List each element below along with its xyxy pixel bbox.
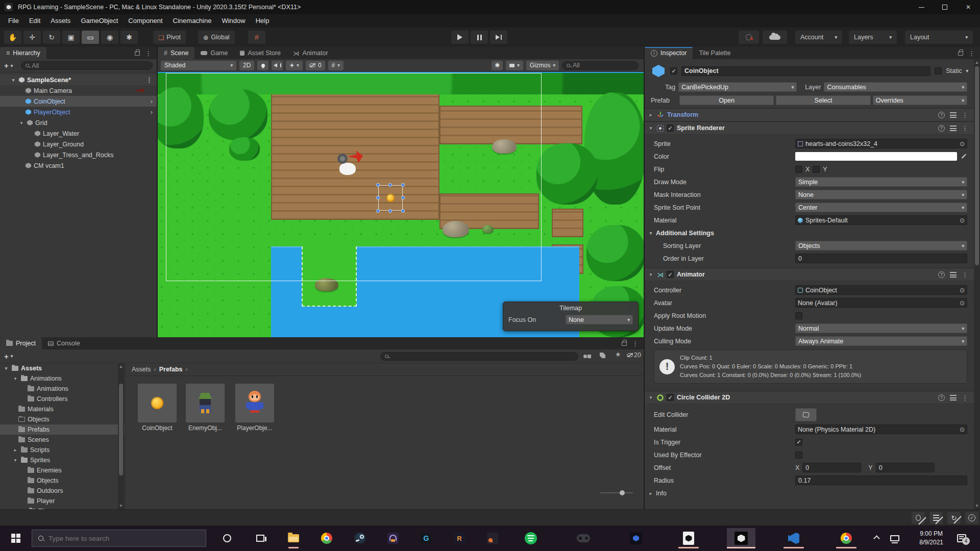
object-picker-icon[interactable]: ⊙	[960, 217, 965, 224]
radius-field[interactable]: 0.17	[795, 475, 967, 485]
preset-icon[interactable]	[950, 272, 957, 278]
flip-x-checkbox[interactable]	[795, 166, 802, 173]
sprite-sort-point-dropdown[interactable]: Center▾	[795, 203, 967, 212]
gizmos-dropdown[interactable]: Gizmos▾	[526, 61, 559, 70]
help-icon[interactable]: ?	[938, 125, 945, 132]
layout-dropdown[interactable]: Layout▾	[905, 31, 973, 44]
tab-hierarchy[interactable]: ≡ Hierarchy	[0, 47, 46, 59]
preset-icon[interactable]	[950, 126, 957, 131]
controller-app-icon[interactable]	[572, 528, 595, 548]
tab-scene[interactable]: # Scene	[158, 47, 194, 59]
breadcrumb-assets[interactable]: Assets	[132, 366, 151, 373]
hidden-packages-toggle[interactable]: 20	[627, 352, 641, 359]
spotify-icon[interactable]	[520, 528, 542, 548]
thumbnail-size-slider[interactable]	[600, 490, 633, 495]
help-icon[interactable]: ?	[938, 112, 945, 118]
menu-help[interactable]: Help	[251, 14, 275, 28]
update-mode-dropdown[interactable]: Normal▾	[795, 323, 967, 333]
layer-dropdown[interactable]: Consumables▾	[824, 82, 967, 92]
rotate-tool-icon[interactable]: ↻	[43, 31, 60, 44]
asset-coinobject[interactable]: CoinObject	[138, 384, 177, 432]
audacity-icon[interactable]	[382, 528, 404, 548]
additional-settings-foldout[interactable]: ▾ Additional Settings	[645, 230, 795, 237]
scale-tool-icon[interactable]: ▣	[62, 31, 80, 44]
kebab-menu-icon[interactable]: ⋮	[962, 394, 968, 402]
sync-status-icon[interactable]: ↻	[947, 512, 961, 524]
culling-mode-dropdown[interactable]: Always Animate▾	[795, 336, 967, 346]
hierarchy-row-cm-vcam1[interactable]: CM vcam1	[0, 160, 157, 171]
prefab-enter-icon[interactable]: ›	[151, 97, 153, 105]
menu-component[interactable]: Component	[123, 14, 167, 28]
global-toggle[interactable]: ⊕ Global	[198, 31, 235, 44]
asset-enemyobject[interactable]: EnemyObj...	[186, 384, 225, 432]
scene-tools-icon[interactable]: ✱	[492, 61, 503, 70]
apply-root-motion-checkbox[interactable]	[795, 312, 802, 319]
selected-coin-object[interactable]	[378, 185, 403, 211]
tree-row-sprites[interactable]: ▾Sprites	[0, 455, 125, 465]
draw-mode-dropdown[interactable]: Simple▾	[795, 177, 967, 187]
static-checkbox[interactable]	[935, 67, 942, 74]
2d-toggle[interactable]: 2D	[239, 61, 254, 70]
tree-row-prefabs[interactable]: Prefabs	[0, 424, 125, 435]
tree-row-scenes[interactable]: Scenes	[0, 435, 125, 445]
scene-visibility-toggle[interactable]: 0	[306, 61, 325, 70]
grid-snap-icon[interactable]: #	[248, 31, 265, 44]
layers-dropdown[interactable]: Layers▾	[849, 31, 897, 44]
kebab-menu-icon[interactable]: ⋮	[968, 49, 975, 57]
lighting-toggle-icon[interactable]	[257, 61, 268, 70]
taskbar-clock[interactable]: 9:00 PM 8/9/2021	[919, 525, 943, 551]
controller-object-field[interactable]: CoinObject ⊙	[795, 285, 967, 295]
tree-row-objects[interactable]: Objects	[0, 414, 125, 424]
hierarchy-row-layer-tress-and-rocks[interactable]: Layer_Tress_and_Rocks	[0, 149, 157, 160]
menu-file[interactable]: File	[3, 14, 24, 28]
maximize-button[interactable]	[933, 0, 957, 14]
transform-tool-icon[interactable]: ◉	[101, 31, 118, 44]
component-sprite-renderer-header[interactable]: ▾ ✓ Sprite Renderer ? ⋮	[645, 121, 974, 135]
tree-row-materials[interactable]: Materials	[0, 404, 125, 414]
active-checkbox[interactable]: ✓	[670, 67, 677, 74]
hierarchy-search-input[interactable]: All	[21, 61, 153, 70]
kebab-menu-icon[interactable]: ⋮	[962, 111, 968, 119]
tree-row-scripts[interactable]: ▸Scripts	[0, 445, 125, 455]
grid-visibility-dropdown[interactable]: # ▾	[328, 61, 344, 70]
search-by-type-icon[interactable]	[583, 353, 591, 360]
tree-row-animations-sub[interactable]: Animations	[0, 384, 125, 394]
add-object-button[interactable]: +	[4, 61, 9, 70]
add-asset-button[interactable]: +	[4, 352, 9, 361]
play-button[interactable]	[451, 31, 469, 44]
hierarchy-row-layer-water[interactable]: Layer_Water	[0, 128, 157, 139]
activity-status-icon[interactable]: ✓	[965, 512, 978, 524]
tab-game[interactable]: Game	[194, 47, 234, 59]
component-enabled-checkbox[interactable]: ✓	[667, 271, 674, 278]
component-circle-collider-header[interactable]: ▾ ✓ Circle Collider 2D ? ⋮	[645, 391, 974, 404]
prefab-overrides-dropdown[interactable]: Overrides▾	[873, 95, 967, 105]
step-button[interactable]	[490, 31, 507, 44]
move-tool-icon[interactable]: ✛	[23, 31, 41, 44]
taskbar-search-input[interactable]	[48, 535, 181, 542]
tab-console[interactable]: Console	[42, 337, 86, 349]
katana-zero-icon[interactable]	[625, 528, 647, 548]
lock-icon[interactable]	[135, 52, 140, 56]
static-dropdown-icon[interactable]: ▾	[966, 68, 968, 73]
search-by-label-icon[interactable]	[600, 353, 605, 358]
component-transform-header[interactable]: ▸ Transform ? ⋮	[645, 108, 974, 121]
flip-y-checkbox[interactable]	[813, 166, 820, 173]
mask-interaction-dropdown[interactable]: None▾	[795, 190, 967, 199]
hierarchy-row-scene[interactable]: ▾ SampleScene* ⋮	[0, 74, 157, 85]
is-trigger-checkbox[interactable]: ✓	[795, 439, 802, 446]
object-name-field[interactable]: CoinObject	[681, 66, 930, 76]
tag-dropdown[interactable]: CanBePickedUp▾	[678, 82, 797, 92]
help-icon[interactable]: ?	[938, 271, 945, 278]
kebab-menu-icon[interactable]: ⋮	[632, 340, 639, 347]
rect-tool-icon[interactable]: ▭	[82, 31, 99, 44]
component-animator-header[interactable]: ▾ ⋊ ✓ Animator ? ⋮	[645, 268, 974, 281]
component-enabled-checkbox[interactable]: ✓	[667, 124, 674, 132]
menu-gameobject[interactable]: GameObject	[76, 14, 123, 28]
object-picker-icon[interactable]: ⊙	[960, 287, 965, 294]
vscode-icon[interactable]	[782, 528, 805, 548]
tab-project[interactable]: Project	[0, 337, 42, 349]
physics-material-object-field[interactable]: None (Physics Material 2D) ⊙	[795, 424, 967, 434]
inspector-scrollbar[interactable]: ▲ ▼	[974, 59, 980, 509]
collider-info-foldout[interactable]: ▸ Info	[645, 490, 795, 497]
order-in-layer-field[interactable]: 0	[795, 254, 967, 263]
